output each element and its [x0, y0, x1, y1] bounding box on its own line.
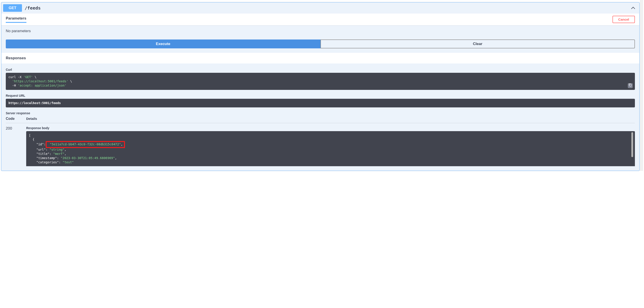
opblock-get-feeds: GET /feeds Parameters Cancel No paramete…: [1, 2, 640, 171]
no-parameters-text: No parameters: [1, 25, 639, 35]
response-status-code: 200: [6, 126, 26, 166]
details-column-header: Details: [26, 117, 635, 121]
copy-curl-button[interactable]: [628, 83, 633, 88]
curl-block: curl -X 'GET' \ 'https://localhost:5001/…: [6, 73, 635, 90]
execute-button[interactable]: Execute: [6, 40, 320, 48]
clipboard-icon: [629, 84, 632, 88]
request-url-block: https://localhost:5001/feeds: [6, 99, 635, 108]
responses-label: Responses: [6, 56, 635, 60]
response-body-scrollbar[interactable]: [631, 132, 633, 159]
clear-button[interactable]: Clear: [320, 40, 635, 48]
response-body-block: [ { "id": "5e11a7cd-bb47-43c0-f32c-08db3…: [26, 131, 635, 166]
opblock-body: No parameters Execute Clear Responses Cu…: [1, 25, 639, 171]
cancel-button[interactable]: Cancel: [612, 16, 635, 23]
parameters-tab[interactable]: Parameters: [6, 16, 26, 23]
endpoint-path: /feeds: [25, 5, 631, 11]
response-row: 200 Response body [ { "id": "5e11a7cd-bb…: [6, 123, 635, 166]
http-method-badge: GET: [3, 4, 22, 12]
response-body-label: Response body: [26, 126, 635, 130]
page-scrollbar[interactable]: [640, 0, 643, 171]
opblock-summary[interactable]: GET /feeds: [1, 2, 639, 14]
curl-label: Curl: [6, 68, 635, 72]
parameters-header: Parameters Cancel: [1, 14, 639, 25]
server-response-label: Server response: [6, 112, 635, 115]
responses-header: Responses: [1, 53, 639, 64]
code-column-header: Code: [6, 117, 26, 121]
chevron-up-icon[interactable]: [631, 6, 635, 10]
request-url-label: Request URL: [6, 94, 635, 98]
